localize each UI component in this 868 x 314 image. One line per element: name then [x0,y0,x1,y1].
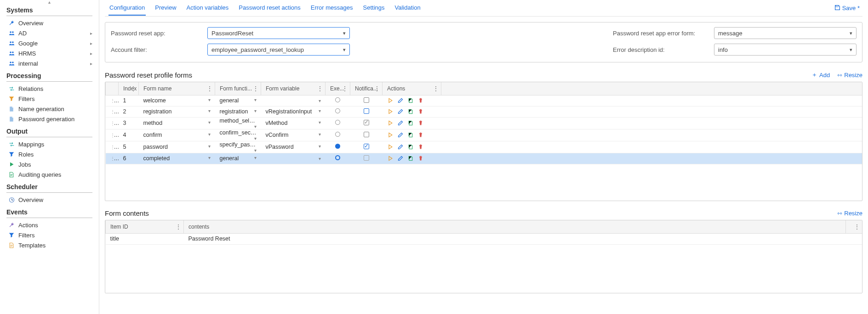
resize-button[interactable]: ⇿ Resize [837,71,862,79]
col-contents[interactable]: contents [184,220,846,233]
run-icon[interactable] [387,120,394,126]
cell-form-variable[interactable]: vPassword▾ [261,141,326,153]
table-row[interactable]: ⋮⋮⋮4confirm▾confirm_secret▾vConfirm▾ [106,129,862,141]
save-button[interactable]: Save * [834,5,862,12]
tab[interactable]: Settings [362,0,386,16]
radio-ring-icon[interactable] [335,155,340,160]
cell-form-name[interactable]: confirm▾ [139,129,215,141]
column-menu-icon[interactable]: ⋮ [317,85,323,92]
drag-handle-icon[interactable]: ⋮⋮⋮ [110,144,119,150]
copy-icon[interactable] [407,108,414,115]
select-password-reset-app[interactable]: PasswordReset ▾ [207,27,350,39]
tab[interactable]: Configuration [108,0,146,16]
run-icon[interactable] [387,97,394,104]
select-error-id[interactable]: info ▾ [714,44,857,56]
chevron-down-icon[interactable]: ▾ [208,132,211,137]
edit-icon[interactable] [397,97,404,104]
copy-icon[interactable] [407,155,414,162]
column-menu-icon[interactable]: ⋮ [342,85,348,92]
cell-form-variable[interactable]: vMethod▾ [261,117,326,129]
delete-icon[interactable] [417,97,424,104]
sidebar-item[interactable]: Auditing queries [6,169,92,179]
delete-icon[interactable] [417,144,424,150]
copy-icon[interactable] [407,132,414,138]
column-menu-icon[interactable]: ⋮ [206,85,213,92]
cell-form-function[interactable]: general▾ [215,95,261,106]
cell-form-name[interactable]: method▾ [139,117,215,129]
run-icon[interactable] [387,155,394,162]
col-form-name[interactable]: Form name⋮ [139,82,215,95]
chevron-down-icon[interactable]: ▾ [208,97,211,102]
edit-icon[interactable] [397,132,404,138]
cell-form-name[interactable]: completed▾ [139,153,215,164]
tab[interactable]: Validation [394,0,422,16]
chevron-down-icon[interactable]: ▾ [319,108,321,113]
edit-icon[interactable] [397,155,404,162]
sidebar-item[interactable]: Password generation [6,114,92,124]
table-row[interactable]: ⋮⋮⋮3method▾method_select▾vMethod▾ [106,117,862,129]
cell-form-function[interactable]: registration▾ [215,106,261,117]
drag-handle-icon[interactable]: ⋮⋮⋮ [110,97,119,104]
edit-icon[interactable] [397,144,404,150]
chevron-down-icon[interactable]: ▾ [254,148,257,153]
table-row[interactable]: titlePassword Reset [106,233,862,244]
col-index[interactable]: Index⋮ [119,82,139,95]
tab[interactable]: Password reset actions [238,0,301,16]
sidebar-item[interactable]: Templates [6,240,92,250]
drag-handle-icon[interactable]: ⋮⋮⋮ [110,155,119,162]
col-exec[interactable]: Exe...⋮ [326,82,350,95]
cell-form-function[interactable]: method_select▾ [215,117,261,129]
sidebar-item[interactable]: Google▸ [6,38,92,48]
resize-button[interactable]: ⇿ Resize [837,210,862,217]
cell-form-name[interactable]: password▾ [139,141,215,153]
radio-filled-icon[interactable] [335,144,340,149]
cell-form-function[interactable]: confirm_secret▾ [215,129,261,141]
column-menu-icon[interactable]: ⋮ [252,85,259,92]
chevron-down-icon[interactable]: ▾ [319,98,321,103]
sidebar-item[interactable]: Roles [6,149,92,159]
col-end[interactable]: ⋮ [845,220,862,233]
chevron-down-icon[interactable]: ▾ [319,156,321,161]
run-icon[interactable] [387,144,394,150]
chevron-down-icon[interactable]: ▾ [254,155,257,160]
chevron-down-icon[interactable]: ▾ [254,97,257,102]
select-error-form[interactable]: message ▾ [714,27,857,39]
sidebar-item[interactable]: HRMS▸ [6,48,92,58]
chevron-down-icon[interactable]: ▾ [319,144,321,149]
run-icon[interactable] [387,108,394,115]
chevron-down-icon[interactable]: ▾ [254,124,257,129]
edit-icon[interactable] [397,108,404,115]
chevron-down-icon[interactable]: ▾ [254,136,257,141]
column-menu-icon[interactable]: ⋮ [130,85,137,92]
sidebar-item[interactable]: Mappings [6,139,92,149]
cell-form-variable[interactable]: ▾ [261,95,326,106]
drag-handle-icon[interactable]: ⋮⋮⋮ [110,108,119,115]
col-form-variable[interactable]: Form variable⋮ [261,82,326,95]
delete-icon[interactable] [417,120,424,126]
sidebar-item[interactable]: Jobs [6,159,92,169]
copy-icon[interactable] [407,120,414,126]
column-menu-icon[interactable]: ⋮ [433,85,439,92]
table-row[interactable]: ⋮⋮⋮5password▾specify_password▾vPassword▾ [106,141,862,153]
chevron-down-icon[interactable]: ▾ [208,120,211,125]
select-account-filter[interactable]: employee_password_reset_lookup ▾ [207,44,350,56]
sidebar-item[interactable]: Overview [6,18,92,28]
radio-empty-icon[interactable] [335,120,340,125]
cell-form-name[interactable]: welcome▾ [139,95,215,106]
column-menu-icon[interactable]: ⋮ [175,223,182,230]
checkbox-checked[interactable] [364,120,369,125]
copy-icon[interactable] [407,144,414,150]
radio-empty-icon[interactable] [335,97,340,102]
radio-empty-icon[interactable] [335,108,340,113]
checkbox[interactable] [364,132,369,137]
cell-form-function[interactable]: specify_password▾ [215,141,261,153]
chevron-down-icon[interactable]: ▾ [208,108,211,113]
sidebar-item[interactable]: Filters [6,94,92,104]
cell-form-function[interactable]: general▾ [215,153,261,164]
chevron-down-icon[interactable]: ▾ [254,108,257,113]
delete-icon[interactable] [417,155,424,162]
run-icon[interactable] [387,132,394,138]
drag-handle-icon[interactable]: ⋮⋮⋮ [110,132,119,138]
add-button[interactable]: ＋ Add [811,71,830,79]
checkbox[interactable] [364,155,369,161]
